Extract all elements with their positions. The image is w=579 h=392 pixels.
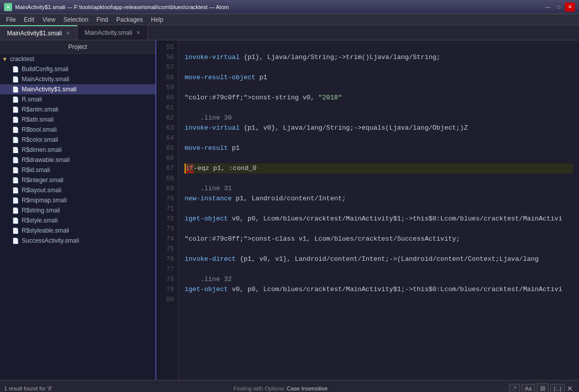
code-line (185, 83, 573, 93)
code-line (185, 264, 573, 274)
window-title: MainActivity$1.smali — F:\tools\apktool\… (15, 4, 543, 10)
file-icon: 📄 (12, 207, 19, 214)
menu-packages[interactable]: Packages (112, 15, 147, 24)
file-icon: 📄 (12, 106, 19, 113)
file-item[interactable]: 📄R$color.smali (0, 135, 155, 145)
file-icon: 📄 (12, 217, 19, 224)
file-icon: 📄 (12, 137, 19, 143)
file-item[interactable]: 📄MainActivity.smali (0, 74, 155, 84)
main-layout: Project ▼ cracktest 📄BuildConfig.smali📄M… (0, 40, 579, 380)
menu-edit[interactable]: Edit (20, 15, 38, 24)
file-item[interactable]: 📄R$mipmap.smali (0, 195, 155, 205)
tab-label-1: MainActivity$1.smali (7, 30, 62, 37)
find-regex-btn[interactable]: .* (509, 384, 519, 393)
code-line: .line 32 (185, 274, 573, 285)
file-icon: 📄 (12, 238, 19, 244)
find-status-text: 1 result found for 'if' (4, 385, 52, 391)
code-line: invoke-virtual {p1}, Ljava/lang/String;-… (185, 52, 573, 63)
menu-help[interactable]: Help (147, 15, 167, 24)
file-icon: 📄 (12, 197, 19, 204)
file-item[interactable]: 📄R$attr.smali (0, 115, 155, 125)
tab-label-2: MainActivity.smali (85, 29, 132, 36)
file-item[interactable]: 📄R.smali (0, 94, 155, 104)
code-line: iget-object v0, p0, Lcom/blues/cracktest… (185, 285, 573, 295)
code-line: iget-object v0, p0, Lcom/blues/cracktest… (185, 214, 573, 224)
file-icon: 📄 (12, 167, 19, 174)
file-item[interactable]: 📄SuccessActivity.smali (0, 236, 155, 246)
file-item[interactable]: 📄R$anim.smali (0, 104, 155, 115)
find-status: 1 result found for 'if' Finding with Opt… (4, 382, 575, 392)
file-item[interactable]: 📄R$drawable.smali (0, 155, 155, 165)
sidebar-header: Project (0, 40, 155, 54)
find-selection-btn[interactable]: |...| (550, 384, 565, 393)
file-list: 📄BuildConfig.smali📄MainActivity.smali📄Ma… (0, 64, 155, 246)
code-line: "color:#79c0ff;">const-string v0, "2018" (185, 93, 573, 103)
code-line (185, 42, 573, 52)
menu-find[interactable]: Find (92, 15, 112, 24)
menu-view[interactable]: View (38, 15, 60, 24)
file-item[interactable]: 📄R$string.smali (0, 205, 155, 215)
file-item[interactable]: 📄BuildConfig.smali (0, 64, 155, 74)
file-item[interactable]: 📄R$integer.smali (0, 175, 155, 185)
code-line: .line 31 (185, 184, 573, 194)
code-line: move-result-object p1 (185, 73, 573, 83)
tree-root-label: cracktest (10, 55, 34, 63)
app-icon: A (4, 3, 12, 11)
code-line (185, 153, 573, 163)
tab-close-1[interactable]: ✕ (66, 30, 70, 36)
maximize-button[interactable]: □ (554, 3, 564, 12)
file-item[interactable]: 📄R$layout.smali (0, 185, 155, 195)
code-line (185, 103, 573, 113)
code-line (185, 174, 573, 184)
file-icon: 📄 (12, 96, 19, 103)
menu-selection[interactable]: Selection (60, 15, 92, 24)
find-close-button[interactable]: ✕ (565, 384, 575, 393)
file-item[interactable]: 📄MainActivity$1.smali (0, 84, 155, 94)
code-line (185, 295, 573, 305)
editor-area: 5556575859606162636465666768697071727374… (156, 40, 579, 380)
code-line: invoke-direct {p1, v0, v1}, Landroid/con… (185, 254, 573, 264)
file-icon: 📄 (12, 117, 19, 123)
file-item[interactable]: 📄R$bool.smali (0, 125, 155, 135)
tab-bar: MainActivity$1.smali ✕ MainActivity.smal… (0, 25, 579, 40)
tab-close-2[interactable]: ✕ (136, 30, 140, 35)
file-item[interactable]: 📄R$id.smali (0, 165, 155, 175)
find-case-btn[interactable]: Aa (522, 384, 535, 393)
file-icon: 📄 (12, 66, 19, 73)
tree-root[interactable]: ▼ cracktest (0, 54, 155, 64)
file-item[interactable]: 📄R$dimen.smali (0, 145, 155, 155)
file-icon: 📄 (12, 187, 19, 194)
minimize-button[interactable]: — (543, 3, 553, 12)
code-line (185, 63, 573, 73)
code-content[interactable]: invoke-virtual {p1}, Ljava/lang/String;-… (179, 40, 579, 380)
code-line: invoke-virtual {p1, v0}, Ljava/lang/Stri… (185, 123, 573, 133)
code-line: new-instance p1, Landroid/content/Intent… (185, 194, 573, 204)
line-numbers: 5556575859606162636465666768697071727374… (156, 40, 179, 380)
sidebar: Project ▼ cracktest 📄BuildConfig.smali📄M… (0, 40, 156, 380)
code-scroll[interactable]: 5556575859606162636465666768697071727374… (156, 40, 579, 380)
menu-file[interactable]: File (2, 15, 20, 24)
file-icon: 📄 (12, 86, 19, 93)
title-bar: A MainActivity$1.smali — F:\tools\apktoo… (0, 0, 579, 14)
folder-icon: ▼ (2, 56, 8, 62)
file-icon: 📄 (12, 228, 19, 234)
code-line (185, 244, 573, 254)
tab-mainactivity1[interactable]: MainActivity$1.smali ✕ (0, 25, 78, 40)
find-bar: 1 result found for 'if' Finding with Opt… (0, 380, 579, 392)
file-item[interactable]: 📄R$styleable.smali (0, 226, 155, 236)
file-icon: 📄 (12, 177, 19, 184)
close-button[interactable]: ✕ (565, 3, 575, 12)
file-icon: 📄 (12, 76, 19, 83)
find-options-label: Finding with Options: Case Insensitive (52, 385, 509, 391)
menu-bar: File Edit View Selection Find Packages H… (0, 14, 579, 25)
tab-mainactivity[interactable]: MainActivity.smali ✕ (78, 25, 148, 40)
code-line: if-eqz p1, :cond_0 (185, 163, 573, 174)
code-line (185, 224, 573, 234)
code-line: .line 30 (185, 113, 573, 123)
code-line (185, 204, 573, 214)
code-line: move-result p1 (185, 143, 573, 153)
window-controls: — □ ✕ (543, 3, 575, 12)
file-icon: 📄 (12, 157, 19, 163)
file-item[interactable]: 📄R$style.smali (0, 215, 155, 226)
find-whole-word-btn[interactable]: ▤ (537, 383, 549, 392)
